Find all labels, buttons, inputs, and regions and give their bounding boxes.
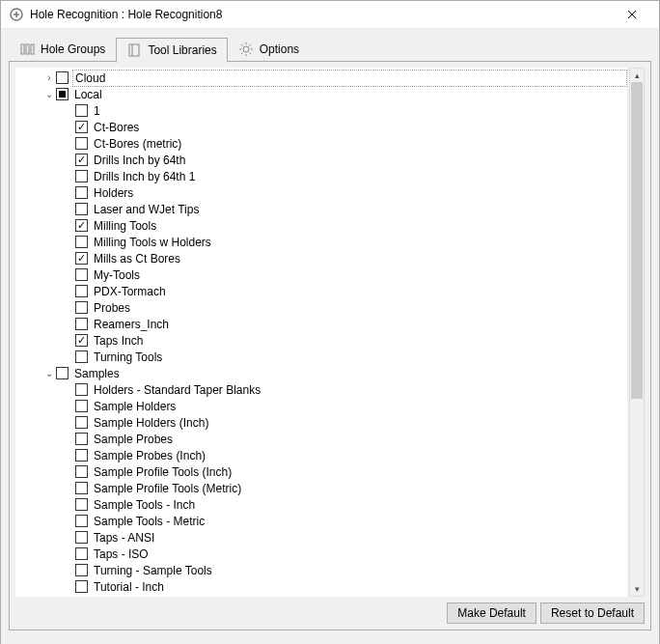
tree-checkbox[interactable] (75, 301, 88, 314)
tree-container: ›Cloud⌄Local1Ct-BoresCt-Bores (metric)Dr… (15, 68, 645, 597)
tree-checkbox[interactable] (75, 285, 88, 297)
tree-checkbox[interactable] (75, 219, 88, 232)
tree-row[interactable]: Drills Inch by 64th (15, 152, 627, 168)
tree-item-label: Mills as Ct Bores (92, 251, 627, 266)
tree-checkbox[interactable] (75, 482, 88, 494)
vertical-scrollbar[interactable]: ▴ ▾ (629, 68, 645, 597)
tree-checkbox[interactable] (56, 71, 69, 84)
tree-row[interactable]: Sample Holders (15, 398, 627, 414)
tree-row[interactable]: Taps - ANSI (15, 529, 627, 546)
tree-item-label: Cloud (72, 70, 627, 87)
tree-row[interactable]: Ct-Bores (15, 119, 627, 135)
reset-to-default-button[interactable]: Reset to Default (540, 602, 645, 624)
tab-label: Hole Groups (41, 42, 105, 56)
tree-checkbox[interactable] (75, 350, 88, 363)
tree-item-label: Ct-Bores (92, 120, 627, 135)
tree-checkbox[interactable] (75, 252, 88, 265)
tree-item-label: Local (72, 87, 627, 102)
tree-row[interactable]: Sample Tools - Inch (15, 496, 627, 513)
tree-row[interactable]: Ct-Bores (metric) (15, 135, 627, 152)
tree-item-label: Milling Tools (92, 218, 627, 234)
tree-row[interactable]: Taps Inch (15, 332, 627, 349)
tree-row[interactable]: Sample Probes (15, 431, 627, 447)
tree-item-label: Sample Tools - Inch (92, 497, 627, 513)
tree-checkbox[interactable] (75, 433, 88, 445)
tree-row[interactable]: ⌄Local (15, 86, 627, 102)
tree-checkbox[interactable] (75, 564, 88, 576)
close-button[interactable] (613, 1, 651, 28)
tab-options[interactable]: Options (228, 37, 310, 62)
tree-checkbox[interactable] (75, 137, 88, 150)
tree-checkbox[interactable] (75, 547, 88, 560)
titlebar: Hole Recognition : Hole Recognition8 (1, 1, 659, 29)
tree-checkbox[interactable] (75, 268, 88, 281)
tree-row[interactable]: Sample Probes (Inch) (15, 447, 627, 463)
tree-item-label: Laser and WJet Tips (92, 202, 627, 217)
tree-checkbox[interactable] (75, 498, 88, 511)
tree-row[interactable]: PDX-Tormach (15, 283, 627, 299)
tree-row[interactable]: Drills Inch by 64th 1 (15, 168, 627, 184)
tree-row[interactable]: ⌄Samples (15, 365, 627, 381)
tree-checkbox[interactable] (75, 203, 88, 215)
tree-row[interactable]: Turning - Sample Tools (15, 562, 627, 578)
svg-point-5 (243, 46, 249, 52)
tree-checkbox[interactable] (75, 170, 88, 182)
tree-row[interactable]: Milling Tools (15, 217, 627, 234)
tool-libraries-icon (126, 42, 142, 58)
dialog-footer: i OK Cancel (1, 638, 659, 644)
window-title: Hole Recognition : Hole Recognition8 (30, 8, 613, 21)
library-tree[interactable]: ›Cloud⌄Local1Ct-BoresCt-Bores (metric)Dr… (15, 68, 627, 597)
tree-row[interactable]: Sample Holders (Inch) (15, 414, 627, 431)
tree-checkbox[interactable] (56, 367, 69, 379)
tree-checkbox[interactable] (75, 334, 88, 347)
tree-checkbox[interactable] (75, 515, 88, 527)
tree-checkbox[interactable] (56, 88, 69, 100)
tree-item-label: Milling Tools w Holders (92, 235, 627, 250)
tree-checkbox[interactable] (75, 104, 88, 117)
tree-checkbox[interactable] (75, 531, 88, 544)
tree-item-label: Samples (72, 366, 627, 381)
tree-row[interactable]: Reamers_Inch (15, 316, 627, 332)
collapse-toggle[interactable]: ⌄ (42, 88, 56, 101)
hole-groups-icon (19, 42, 35, 57)
tree-checkbox[interactable] (75, 400, 88, 412)
tree-row[interactable]: Probes (15, 299, 627, 316)
tree-checkbox[interactable] (75, 186, 88, 199)
expand-toggle[interactable]: › (42, 71, 56, 85)
tree-checkbox[interactable] (75, 449, 88, 462)
tree-row[interactable]: Holders (15, 184, 627, 201)
tree-row[interactable]: Turning Tools (15, 349, 627, 365)
tree-checkbox[interactable] (75, 416, 88, 429)
tree-row[interactable]: 1 (15, 102, 627, 119)
tree-item-label: Turning Tools (92, 350, 627, 365)
scroll-up-arrow[interactable]: ▴ (630, 69, 644, 82)
scroll-down-arrow[interactable]: ▾ (630, 582, 644, 596)
tree-row[interactable]: Holders - Standard Taper Blanks (15, 381, 627, 398)
collapse-toggle[interactable]: ⌄ (42, 367, 56, 380)
tree-row[interactable]: Sample Profile Tools (Inch) (15, 463, 627, 480)
tree-checkbox[interactable] (75, 121, 88, 133)
tab-tool-libraries[interactable]: Tool Libraries (116, 38, 227, 63)
tree-checkbox[interactable] (75, 465, 88, 478)
tree-checkbox[interactable] (75, 236, 88, 248)
make-default-button[interactable]: Make Default (447, 602, 536, 624)
tree-row[interactable]: Sample Tools - Metric (15, 513, 627, 529)
tree-item-label: Taps - ISO (92, 546, 627, 562)
options-icon (238, 42, 254, 57)
svg-rect-3 (31, 44, 34, 54)
tree-row[interactable]: Laser and WJet Tips (15, 201, 627, 217)
tree-checkbox[interactable] (75, 383, 88, 396)
tree-checkbox[interactable] (75, 580, 88, 593)
tree-row[interactable]: Tutorial - Inch (15, 578, 627, 595)
tab-hole-groups[interactable]: Hole Groups (9, 37, 116, 62)
tree-row[interactable]: Milling Tools w Holders (15, 234, 627, 250)
tree-checkbox[interactable] (75, 154, 88, 166)
tree-row[interactable]: My-Tools (15, 266, 627, 283)
tree-row[interactable]: Mills as Ct Bores (15, 250, 627, 266)
scroll-thumb[interactable] (631, 82, 643, 399)
tree-checkbox[interactable] (75, 318, 88, 330)
tree-item-label: Reamers_Inch (92, 317, 627, 332)
tree-row[interactable]: ›Cloud (15, 70, 627, 86)
tree-row[interactable]: Taps - ISO (15, 546, 627, 562)
tree-row[interactable]: Sample Profile Tools (Metric) (15, 480, 627, 496)
